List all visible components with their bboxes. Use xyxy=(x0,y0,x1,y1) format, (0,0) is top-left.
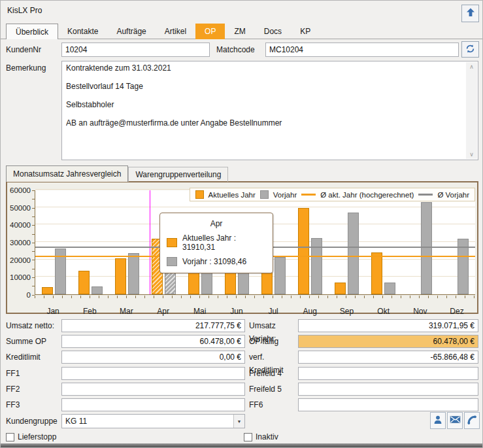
x-tick-label-mai: Mai xyxy=(182,307,218,316)
field-input-umsatz-netto[interactable]: 217.777,75 € xyxy=(61,319,245,332)
field-label-ff2: FF2 xyxy=(6,383,61,396)
y-tick-label: 30000 xyxy=(7,239,31,247)
window-bottom-edge xyxy=(1,443,482,447)
bemerkung-textarea[interactable]: Kontraktende zum 31.03.2021 Bestellvorla… xyxy=(61,61,478,160)
email-button[interactable] xyxy=(447,412,463,429)
chart-tab-bar: Monatsumsatz JahresvergleichWarengruppen… xyxy=(6,165,228,182)
field-label-verf-kreditlimit: verf. Kreditlimit xyxy=(249,351,297,364)
legend-label: Vorjahr xyxy=(273,191,297,199)
x-axis-labels: JanFebMarAprMaiJunJulAugSepOktNovDez xyxy=(35,307,475,316)
bar-group-jan xyxy=(35,190,72,294)
bar-vorjahr-feb[interactable] xyxy=(92,286,103,294)
refresh-button[interactable] xyxy=(461,41,479,58)
contact-person-icon xyxy=(433,415,443,427)
scroll-down-icon[interactable]: ∨ xyxy=(466,150,477,159)
bar-aktuelles-jahr-aug[interactable] xyxy=(298,208,309,294)
tab-op[interactable]: OP xyxy=(195,24,225,39)
field-input-kreditlimit[interactable]: 0,00 € xyxy=(61,351,245,364)
field-input-umsatz-vorjahr[interactable]: 319.071,95 € xyxy=(298,319,478,332)
matchcode-input[interactable] xyxy=(265,43,459,57)
field-input-ff2[interactable] xyxy=(61,383,245,396)
bar-group-aug xyxy=(292,190,329,294)
bar-aktuelles-jahr-jan[interactable] xyxy=(42,287,53,294)
phone-icon xyxy=(467,415,477,427)
kundennr-input[interactable] xyxy=(61,43,210,57)
bar-group-feb xyxy=(72,190,108,294)
legend-swatch-vorjahr xyxy=(260,190,269,199)
field-input-ff1[interactable] xyxy=(61,367,245,380)
email-icon xyxy=(450,415,461,426)
bar-vorjahr-mar[interactable] xyxy=(128,253,139,294)
bar-aktuelles-jahr-sep[interactable] xyxy=(335,283,346,294)
field-label-umsatz-vorjahr: Umsatz Vorjahr: xyxy=(249,319,297,332)
y-tick-label: 60000 xyxy=(7,186,31,194)
refresh-icon xyxy=(465,44,475,56)
bar-group-sep xyxy=(329,190,365,294)
tab-auftr-ge[interactable]: Aufträge xyxy=(107,24,155,39)
checkbox-label-inaktiv: Inaktiv xyxy=(256,431,278,443)
x-tick-label-aug: Aug xyxy=(291,307,328,316)
scroll-up-icon[interactable]: ∧ xyxy=(466,62,477,71)
tab-berblick[interactable]: Überblick xyxy=(6,24,58,39)
field-input-summe-op[interactable]: 60.478,00 € xyxy=(61,335,245,348)
x-tick-label-jan: Jan xyxy=(35,307,71,316)
field-label-ff3: FF3 xyxy=(6,398,61,411)
bar-vorjahr-nov[interactable] xyxy=(421,202,432,294)
field-input-freifeld-5[interactable] xyxy=(298,383,478,396)
field-input-freifeld-4[interactable] xyxy=(298,367,478,380)
bar-aktuelles-jahr-okt[interactable] xyxy=(371,252,382,294)
field-label-kreditlimit: Kreditlimit xyxy=(6,351,61,364)
x-axis-ticks xyxy=(35,296,476,298)
bar-vorjahr-okt[interactable] xyxy=(384,283,395,294)
field-label-ff1: FF1 xyxy=(6,367,61,380)
tab-kp[interactable]: KP xyxy=(291,24,320,39)
chevron-down-icon[interactable]: ▼ xyxy=(233,415,244,428)
x-tick-label-jun: Jun xyxy=(218,307,255,316)
legend-line-swatch-vorjahr xyxy=(418,194,433,196)
tab-docs[interactable]: Docs xyxy=(255,24,291,39)
field-input-ff6[interactable] xyxy=(298,398,478,411)
legend-line-swatch-akt-jahr-hochgerechnet xyxy=(301,194,316,196)
x-tick-label-nov: Nov xyxy=(402,307,439,316)
checkbox-inaktiv[interactable] xyxy=(244,433,252,441)
bemerkung-scrollbar[interactable]: ∧ ∨ xyxy=(466,62,477,159)
legend-swatch-aktuelles-jahr xyxy=(195,190,204,199)
legend-label: Ø Vorjahr xyxy=(437,191,469,199)
kundengruppe-label: Kundengruppe xyxy=(6,414,58,428)
tooltip-title: Apr xyxy=(167,219,266,228)
chart-panel: 0100002000030000400005000060000 JanFebMa… xyxy=(6,181,478,314)
bar-aktuelles-jahr-feb[interactable] xyxy=(78,271,90,294)
tooltip-value: Aktuelles Jahr : 31910,31 xyxy=(182,233,266,252)
chart-tab-warengruppenverteilung[interactable]: Warengruppenverteilung xyxy=(128,167,228,182)
checkbox-lieferstopp[interactable] xyxy=(6,433,14,441)
field-input-op-f-llig[interactable]: 60.478,00 € xyxy=(298,335,478,348)
bemerkung-label: Bemerkung xyxy=(6,61,46,75)
bar-group-mar xyxy=(108,190,145,294)
x-tick-label-dez: Dez xyxy=(439,307,475,316)
chart-tab-monatsumsatz-jahresvergleich[interactable]: Monatsumsatz Jahresvergleich xyxy=(6,165,128,182)
scroll-top-button[interactable] xyxy=(461,5,479,22)
field-input-verf-kreditlimit[interactable]: -65.866,48 € xyxy=(298,351,478,364)
tab-zm[interactable]: ZM xyxy=(225,24,254,39)
y-tick-label: 20000 xyxy=(7,256,31,264)
legend-label: Ø akt. Jahr (hochgerechnet) xyxy=(320,191,414,199)
phone-button[interactable] xyxy=(464,412,480,429)
bemerkung-text: Kontraktende zum 31.03.2021 Bestellvorla… xyxy=(66,63,463,158)
bar-group-dez xyxy=(439,190,475,294)
field-label-op-f-llig: OP fällig xyxy=(249,335,297,348)
tab-artikel[interactable]: Artikel xyxy=(156,24,195,39)
bar-vorjahr-jul[interactable] xyxy=(275,257,286,294)
field-input-ff3[interactable] xyxy=(61,398,245,411)
bar-aktuelles-jahr-mar[interactable] xyxy=(115,258,126,294)
tab-kontakte[interactable]: Kontakte xyxy=(58,24,107,39)
bar-aktuelles-jahr-jun[interactable] xyxy=(225,272,236,294)
tooltip-swatch xyxy=(167,238,177,247)
bar-vorjahr-sep[interactable] xyxy=(348,213,359,294)
kundengruppe-select[interactable]: KG 11 ▼ xyxy=(61,414,245,428)
legend-label: Aktuelles Jahr xyxy=(208,191,256,199)
x-tick-label-jul: Jul xyxy=(255,307,291,316)
y-tick-label: 10000 xyxy=(7,273,31,281)
contact-person-button[interactable] xyxy=(430,412,446,429)
x-tick-label-apr: Apr xyxy=(145,307,182,316)
y-tick-label: 50000 xyxy=(7,204,31,212)
